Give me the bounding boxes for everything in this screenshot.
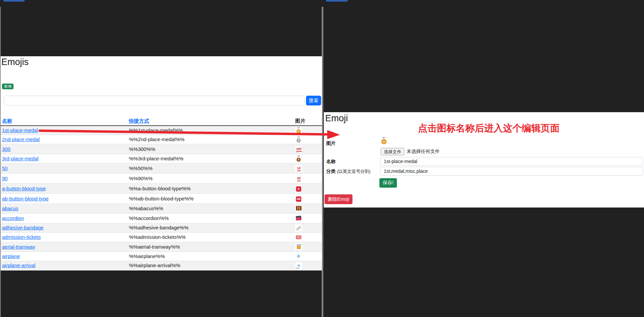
left-window-top-button[interactable] [3, 0, 25, 2]
adhesive-bandage-icon [296, 225, 302, 231]
table-row: 50%%50%%50 [1, 163, 322, 173]
emoji-shortcut: %%a-button-blood-type%% [128, 184, 294, 194]
page-title: Emojis [1, 57, 29, 67]
name-field[interactable] [380, 157, 643, 166]
emoji-name-link[interactable]: 90 [2, 176, 8, 181]
table-row: airplane%%airplane%%✈ [1, 252, 322, 261]
emoji-list-page: Emojis 新增 搜索 名称 快捷方式 图片 1st-place-medal%… [1, 56, 322, 266]
ab-button-icon: AB [296, 196, 301, 202]
choose-file-button[interactable]: 选择文件 [381, 148, 404, 155]
right-window-top-button[interactable] [326, 0, 348, 2]
emoji-image-cell [295, 225, 302, 231]
emoji-shortcut: %%300%% [128, 144, 294, 154]
emoji-name-link[interactable]: abacus [2, 205, 18, 211]
airplane-icon: ✈ [296, 254, 301, 259]
emoji-image-cell: AB [295, 196, 302, 202]
1st-place-medal-icon: 1 [297, 129, 301, 133]
a-button-icon: A [296, 186, 301, 192]
emoji-name-link[interactable]: 3rd-place-medal [2, 156, 38, 161]
emoji-name-link[interactable]: airplane [2, 253, 20, 259]
desktop-background: Emojis 新增 搜索 名称 快捷方式 图片 1st-place-medal%… [0, 0, 644, 317]
emoji-name-link[interactable]: 50 [2, 165, 8, 171]
emoji-name-link[interactable]: admission-tickets [2, 234, 41, 240]
emoji-image-cell: 1 [295, 127, 302, 134]
file-status-text: 未选择任何文件 [407, 149, 440, 155]
emoji-shortcut: %%accordion%% [128, 214, 294, 223]
emoji-image-cell: ✈ [295, 262, 302, 269]
emoji-image-cell: 2 [295, 136, 302, 143]
table-row: 90%%90%%90 [1, 173, 322, 184]
emoji-name-link[interactable]: accordion [2, 215, 24, 221]
emoji-name-link[interactable]: adhesive-bandage [2, 225, 43, 230]
emoji-shortcut: %%1st-place-medal%% [128, 126, 294, 135]
abacus-icon [296, 206, 302, 211]
save-button[interactable]: 保存! [379, 178, 397, 188]
table-row: accordion%%accordion%% [1, 214, 322, 223]
table-row: 3rd-place-medal%%3rd-place-medal%%3 [1, 154, 322, 163]
table-row: 300%%300%%300 [1, 144, 322, 154]
emoji-image-cell: ✈ [295, 253, 302, 260]
emoji-image-cell: A [295, 186, 302, 192]
hundred-points-300-icon: 300 [296, 147, 302, 152]
emoji-name-link[interactable]: a-button-blood-type [2, 186, 46, 191]
aerial-tramway-icon [297, 246, 301, 249]
emoji-name-link[interactable]: ab-button-blood-type [2, 196, 48, 201]
table-row: 2nd-place-medal%%2nd-place-medal%%2 [1, 135, 322, 144]
emoji-name-link[interactable]: 1st-place-medal [2, 127, 38, 133]
emoji-edit-page: Emoji 图片 1 选择文件 未选择任何文件 名称 分类 (以英文逗号分割) … [324, 112, 644, 208]
emoji-shortcut: %%airplane%% [128, 252, 294, 261]
edit-page-title: Emoji [325, 113, 348, 124]
3rd-place-medal-icon: 3 [297, 158, 301, 162]
column-header-name[interactable]: 名称 [2, 118, 12, 124]
airplane-arrival-icon: ✈ [296, 263, 301, 268]
file-input: 选择文件 未选择任何文件 [381, 148, 440, 155]
delete-emoji-button[interactable]: 删除Emoji [325, 194, 352, 204]
search-button[interactable]: 搜索 [306, 96, 321, 105]
emoji-image-cell: 90 [295, 176, 302, 182]
emoji-image-cell [295, 234, 302, 241]
emoji-shortcut: %%abacus%% [128, 204, 294, 214]
category-field[interactable] [380, 167, 643, 176]
table-row: 1st-place-medal%%1st-place-medal%%1 [1, 126, 322, 135]
table-row: airplane-arrival%%airplane-arrival%%✈ [1, 261, 322, 271]
category-field-label: 分类 (以英文逗号分割) [326, 168, 371, 175]
emoji-shortcut: %%3rd-place-medal%% [128, 154, 294, 163]
emoji-image-cell [295, 243, 302, 250]
current-emoji-preview: 1 [381, 137, 386, 144]
emoji-shortcut: %%airplane-arrival%% [128, 261, 294, 271]
emoji-shortcut: %%90%% [128, 173, 294, 184]
accordion-icon [296, 216, 302, 220]
emoji-name-link[interactable]: 300 [2, 146, 10, 152]
emoji-image-cell: 3 [295, 155, 302, 162]
table-header-row: 名称 快捷方式 图片 [1, 117, 322, 126]
emoji-shortcut: %%ab-button-blood-type%% [128, 194, 294, 204]
score-90-icon: 90 [297, 176, 301, 181]
add-button[interactable]: 新增 [2, 84, 13, 89]
column-header-image: 图片 [295, 118, 305, 124]
score-50-icon: 50 [297, 166, 301, 171]
emoji-image-cell [295, 215, 302, 221]
table-row: a-button-blood-type%%a-button-blood-type… [1, 184, 322, 194]
emoji-name-link[interactable]: airplane-arrival [2, 262, 35, 268]
category-hint: (以英文逗号分割) [337, 169, 371, 174]
emoji-shortcut: %%50%% [128, 163, 294, 173]
emoji-shortcut: %%2nd-place-medal%% [128, 135, 294, 144]
emoji-image-cell: 300 [295, 146, 302, 153]
emoji-name-link[interactable]: aerial-tramway [2, 244, 35, 250]
2nd-place-medal-icon: 2 [297, 138, 301, 142]
emoji-shortcut: %%admission-tickets%% [128, 233, 294, 242]
emoji-name-link[interactable]: 2nd-place-medal [2, 136, 40, 142]
name-field-label: 名称 [326, 159, 336, 165]
table-row: abacus%%abacus%% [1, 204, 322, 214]
emoji-shortcut: %%adhesive-bandage%% [128, 223, 294, 233]
emoji-image-cell [295, 205, 302, 212]
image-field-label: 图片 [326, 140, 336, 147]
search-input[interactable] [4, 96, 305, 105]
admission-tickets-icon [296, 235, 301, 239]
column-header-shortcut[interactable]: 快捷方式 [129, 118, 149, 124]
table-row: admission-tickets%%admission-tickets%% [1, 233, 322, 242]
emoji-shortcut: %%aerial-tramway%% [128, 242, 294, 252]
table-row: ab-button-blood-type%%ab-button-blood-ty… [1, 194, 322, 204]
table-row: aerial-tramway%%aerial-tramway%% [1, 242, 322, 252]
emoji-image-cell: 50 [295, 165, 302, 172]
